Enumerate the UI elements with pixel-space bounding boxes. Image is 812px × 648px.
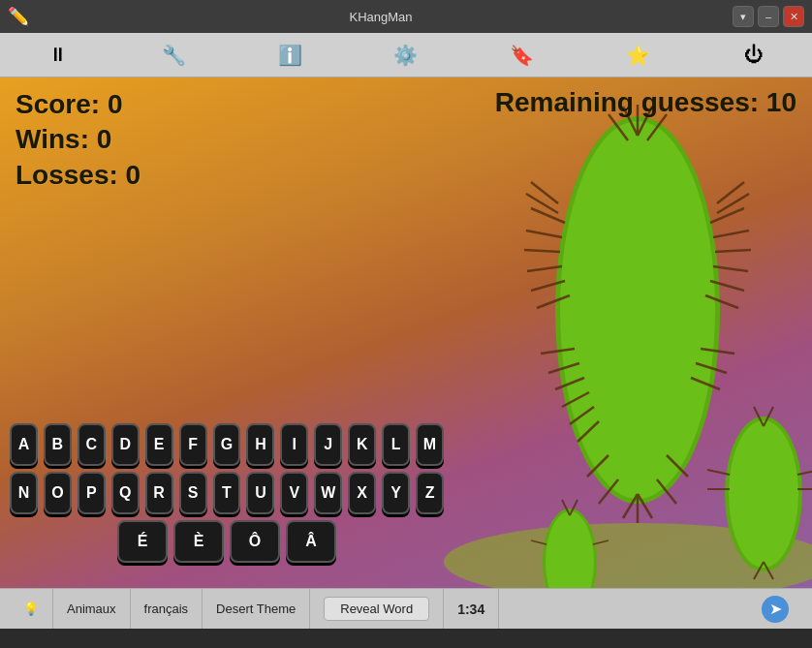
key-è[interactable]: È (173, 520, 224, 563)
key-ô[interactable]: Ô (230, 520, 280, 563)
key-v[interactable]: V (280, 472, 308, 514)
reveal-status[interactable]: Reveal Word (310, 589, 444, 629)
nav-button[interactable]: ➤ (762, 596, 789, 623)
gear-icon: ⚙️ (393, 44, 418, 67)
keyboard-row-1: ABCDEFGHIJKLM (10, 423, 444, 466)
theme-label: Desert Theme (216, 602, 296, 616)
key-b[interactable]: B (44, 423, 72, 466)
key-s[interactable]: S (179, 472, 207, 514)
pause-button[interactable]: ⏸ (40, 37, 77, 74)
key-f[interactable]: F (179, 423, 207, 466)
window-title: KHangMan (29, 10, 733, 24)
key-x[interactable]: X (348, 472, 376, 514)
keyboard-row-2: NOPQRSTUVWXYZ (10, 472, 444, 514)
key-w[interactable]: W (314, 472, 342, 514)
losses-label: Losses: (16, 160, 118, 190)
theme-status: Desert Theme (203, 589, 310, 629)
language-label: français (144, 602, 189, 616)
key-q[interactable]: Q (111, 472, 140, 514)
power-icon: ⏻ (744, 44, 764, 66)
key-e[interactable]: E (145, 423, 173, 466)
wins-value: 0 (97, 124, 112, 154)
svg-point-3 (560, 121, 715, 499)
wins-label: Wins: (16, 124, 89, 154)
power-button[interactable]: ⏻ (735, 37, 772, 74)
dropdown-btn[interactable]: ▾ (733, 6, 754, 27)
titlebar-controls: ▾ – ✕ (733, 6, 804, 27)
stats-panel: Score: 0 Wins: 0 Losses: 0 (16, 87, 141, 193)
cactus-illustration (444, 77, 812, 588)
category-label: Animaux (67, 602, 116, 616)
settings-icon: 🔧 (162, 44, 186, 67)
titlebar: ✏️ KHangMan ▾ – ✕ (0, 0, 812, 33)
svg-point-42 (729, 420, 798, 568)
star-icon: ⭐ (626, 44, 650, 67)
pause-icon: ⏸ (48, 44, 68, 66)
hint-status: 💡 (10, 589, 53, 629)
key-g[interactable]: G (213, 423, 241, 466)
score-label: Score: (16, 89, 100, 119)
key-k[interactable]: K (348, 423, 376, 466)
key-j[interactable]: J (314, 423, 342, 466)
key-i[interactable]: I (280, 423, 308, 466)
app-icon: ✏️ (8, 6, 29, 27)
keyboard: ABCDEFGHIJKLM NOPQRSTUVWXYZ ÉÈÔÂ (10, 423, 444, 569)
remaining-guesses: Remaining guesses: 10 (495, 87, 796, 118)
key-c[interactable]: C (78, 423, 106, 466)
statusbar: 💡 Animaux français Desert Theme Reveal W… (0, 588, 812, 629)
category-status: Animaux (53, 589, 131, 629)
score-value: 0 (108, 89, 123, 119)
lightbulb-icon: 💡 (23, 602, 39, 616)
key-m[interactable]: M (416, 423, 444, 466)
key-n[interactable]: N (10, 472, 38, 514)
info-button[interactable]: ℹ️ (271, 37, 308, 74)
time-status: 1:34 (444, 589, 499, 629)
gear-button[interactable]: ⚙️ (388, 37, 424, 74)
hint-icon: 🔖 (510, 44, 534, 67)
key-a[interactable]: A (10, 423, 38, 466)
key-d[interactable]: D (111, 423, 140, 466)
wins-display: Wins: 0 (16, 122, 141, 157)
toolbar: ⏸ 🔧 ℹ️ ⚙️ 🔖 ⭐ ⏻ (0, 33, 812, 77)
key-h[interactable]: H (246, 423, 274, 466)
key-z[interactable]: Z (416, 472, 444, 514)
key-p[interactable]: P (78, 472, 106, 514)
key-y[interactable]: Y (382, 472, 410, 514)
key-â[interactable]: Â (286, 520, 336, 563)
score-display: Score: 0 (16, 87, 141, 122)
hint-button[interactable]: 🔖 (504, 37, 541, 74)
remaining-label: Remaining guesses: (495, 87, 759, 117)
losses-value: 0 (126, 160, 141, 190)
nav-status[interactable]: ➤ (748, 589, 802, 629)
key-l[interactable]: L (382, 423, 410, 466)
key-t[interactable]: T (213, 472, 241, 514)
remaining-value: 10 (766, 87, 796, 117)
settings-button[interactable]: 🔧 (156, 37, 193, 74)
key-é[interactable]: É (117, 520, 168, 563)
key-o[interactable]: O (44, 472, 72, 514)
reveal-word-button[interactable]: Reveal Word (324, 597, 429, 621)
losses-display: Losses: 0 (16, 158, 141, 193)
close-btn[interactable]: ✕ (783, 6, 804, 27)
game-area: Score: 0 Wins: 0 Losses: 0 Remaining gue… (0, 77, 812, 588)
language-status: français (131, 589, 203, 629)
info-icon: ℹ️ (278, 44, 302, 67)
star-button[interactable]: ⭐ (619, 37, 656, 74)
titlebar-left: ✏️ (8, 6, 29, 27)
timer-display: 1:34 (457, 602, 484, 617)
key-u[interactable]: U (246, 472, 274, 514)
keyboard-row-3: ÉÈÔÂ (10, 520, 444, 563)
minimize-btn[interactable]: – (758, 6, 779, 27)
key-r[interactable]: R (145, 472, 173, 514)
